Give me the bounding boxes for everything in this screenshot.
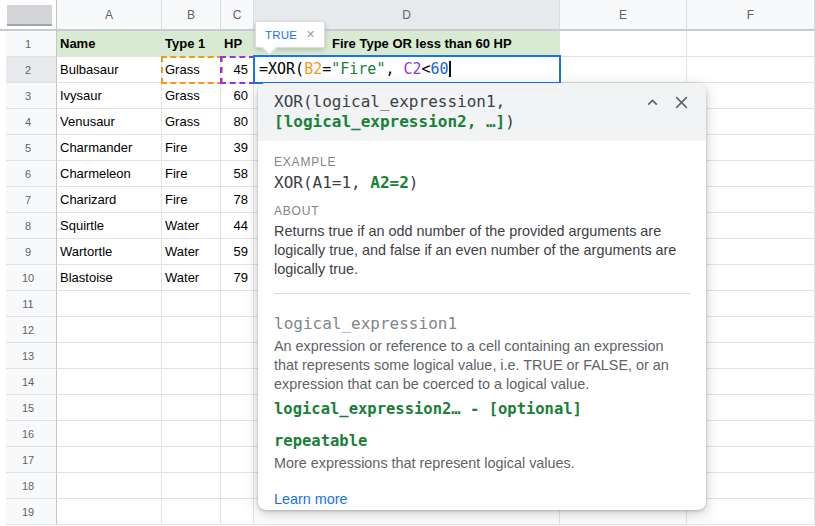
cell-F5[interactable] xyxy=(687,135,815,161)
row-header-8[interactable]: 8 xyxy=(0,213,57,239)
cell-F17[interactable] xyxy=(687,447,815,473)
cell-A17[interactable] xyxy=(57,447,162,473)
row-header-3[interactable]: 3 xyxy=(0,83,57,109)
cell-A19[interactable] xyxy=(57,499,162,525)
cell-A8[interactable]: Squirtle xyxy=(57,213,162,239)
cell-A16[interactable] xyxy=(57,421,162,447)
cell-C5[interactable]: 39 xyxy=(221,135,254,161)
cell-A15[interactable] xyxy=(57,395,162,421)
cell-C16[interactable] xyxy=(221,421,254,447)
cell-A14[interactable] xyxy=(57,369,162,395)
row-header-19[interactable]: 19 xyxy=(0,499,57,525)
collapse-chevron-up-icon[interactable] xyxy=(645,95,660,110)
cell-B7[interactable]: Fire xyxy=(162,187,221,213)
cell-C19[interactable] xyxy=(221,499,254,525)
cell-F8[interactable] xyxy=(687,213,815,239)
cell-B12[interactable] xyxy=(162,317,221,343)
cell-F15[interactable] xyxy=(687,395,815,421)
row-header-2[interactable]: 2 xyxy=(0,57,57,83)
cell-C8[interactable]: 44 xyxy=(221,213,254,239)
cell-A10[interactable]: Blastoise xyxy=(57,265,162,291)
cell-A11[interactable] xyxy=(57,291,162,317)
cell-C15[interactable] xyxy=(221,395,254,421)
cell-B1[interactable]: Type 1 xyxy=(162,31,221,57)
select-all-corner[interactable] xyxy=(0,0,57,29)
cell-C18[interactable] xyxy=(221,473,254,499)
column-header-C[interactable]: C xyxy=(221,0,254,29)
cell-F1[interactable] xyxy=(687,31,815,57)
row-header-15[interactable]: 15 xyxy=(0,395,57,421)
cell-B2[interactable]: Grass xyxy=(162,57,221,83)
row-header-4[interactable]: 4 xyxy=(0,109,57,135)
cell-B14[interactable] xyxy=(162,369,221,395)
cell-F11[interactable] xyxy=(687,291,815,317)
cell-E2[interactable] xyxy=(560,57,687,83)
cell-A12[interactable] xyxy=(57,317,162,343)
cell-B13[interactable] xyxy=(162,343,221,369)
cell-F4[interactable] xyxy=(687,109,815,135)
row-header-1[interactable]: 1 xyxy=(0,31,57,57)
cell-A9[interactable]: Wartortle xyxy=(57,239,162,265)
row-header-14[interactable]: 14 xyxy=(0,369,57,395)
cell-A5[interactable]: Charmander xyxy=(57,135,162,161)
row-header-5[interactable]: 5 xyxy=(0,135,57,161)
column-header-A[interactable]: A xyxy=(57,0,162,29)
cell-B16[interactable] xyxy=(162,421,221,447)
cell-C3[interactable]: 60 xyxy=(221,83,254,109)
cell-A7[interactable]: Charizard xyxy=(57,187,162,213)
cell-F18[interactable] xyxy=(687,473,815,499)
cell-B6[interactable]: Fire xyxy=(162,161,221,187)
cell-F14[interactable] xyxy=(687,369,815,395)
cell-C9[interactable]: 59 xyxy=(221,239,254,265)
cell-C10[interactable]: 79 xyxy=(221,265,254,291)
cell-B8[interactable]: Water xyxy=(162,213,221,239)
cell-F3[interactable] xyxy=(687,83,815,109)
row-header-7[interactable]: 7 xyxy=(0,187,57,213)
cell-C17[interactable] xyxy=(221,447,254,473)
cell-B5[interactable]: Fire xyxy=(162,135,221,161)
cell-F7[interactable] xyxy=(687,187,815,213)
cell-A13[interactable] xyxy=(57,343,162,369)
cell-C7[interactable]: 78 xyxy=(221,187,254,213)
cell-C13[interactable] xyxy=(221,343,254,369)
cell-F19[interactable] xyxy=(687,499,815,525)
cell-B11[interactable] xyxy=(162,291,221,317)
cell-F12[interactable] xyxy=(687,317,815,343)
cell-F2[interactable] xyxy=(687,57,815,83)
cell-A4[interactable]: Venusaur xyxy=(57,109,162,135)
cell-C1[interactable]: HP xyxy=(221,31,254,57)
cell-A2[interactable]: Bulbasaur xyxy=(57,57,162,83)
row-header-11[interactable]: 11 xyxy=(0,291,57,317)
cell-F13[interactable] xyxy=(687,343,815,369)
cell-B3[interactable]: Grass xyxy=(162,83,221,109)
cell-B18[interactable] xyxy=(162,473,221,499)
cell-C4[interactable]: 80 xyxy=(221,109,254,135)
cell-B9[interactable]: Water xyxy=(162,239,221,265)
cell-B17[interactable] xyxy=(162,447,221,473)
row-header-16[interactable]: 16 xyxy=(0,421,57,447)
cell-C14[interactable] xyxy=(221,369,254,395)
cell-E1[interactable] xyxy=(560,31,687,57)
learn-more-link[interactable]: Learn more xyxy=(274,491,348,507)
cell-C2[interactable]: 45 xyxy=(221,57,254,83)
row-header-13[interactable]: 13 xyxy=(0,343,57,369)
cell-A6[interactable]: Charmeleon xyxy=(57,161,162,187)
cell-A1[interactable]: Name xyxy=(57,31,162,57)
cell-A18[interactable] xyxy=(57,473,162,499)
cell-B4[interactable]: Grass xyxy=(162,109,221,135)
row-header-18[interactable]: 18 xyxy=(0,473,57,499)
cell-editor-d2[interactable]: =XOR(B2="Fire", C2<60 xyxy=(253,55,561,84)
cell-B15[interactable] xyxy=(162,395,221,421)
cell-C6[interactable]: 58 xyxy=(221,161,254,187)
row-header-6[interactable]: 6 xyxy=(0,161,57,187)
popup-close-icon[interactable] xyxy=(673,94,690,111)
column-header-F[interactable]: F xyxy=(687,0,815,29)
column-header-B[interactable]: B xyxy=(162,0,221,29)
cell-C12[interactable] xyxy=(221,317,254,343)
cell-A3[interactable]: Ivysaur xyxy=(57,83,162,109)
tooltip-close-icon[interactable]: ✕ xyxy=(306,28,315,41)
row-header-17[interactable]: 17 xyxy=(0,447,57,473)
cell-F9[interactable] xyxy=(687,239,815,265)
cell-B10[interactable]: Water xyxy=(162,265,221,291)
column-header-E[interactable]: E xyxy=(560,0,687,29)
